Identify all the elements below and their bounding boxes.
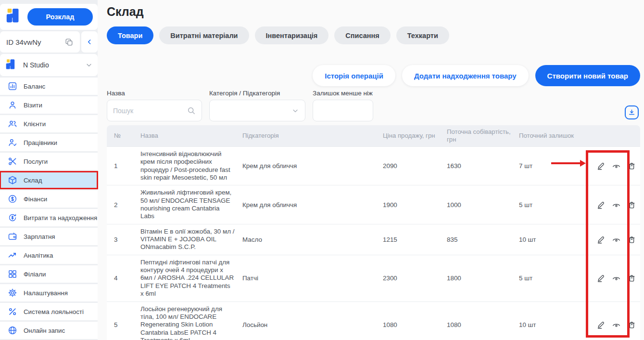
search-input[interactable] — [113, 107, 184, 115]
search-icon — [187, 106, 196, 115]
create-product-button[interactable]: Створити новий товар — [535, 65, 640, 86]
studio-name: N Studio — [23, 61, 49, 69]
sidebar-item-analytics[interactable]: Аналітика — [0, 247, 98, 264]
chevron-left-icon — [86, 38, 93, 46]
filter-category-label: Категорія / Підкатегорія — [209, 90, 305, 97]
workspace-id: ID 34vwNy — [0, 31, 80, 52]
add-receipt-button[interactable]: Додати надходження товару — [402, 65, 529, 86]
sidebar-item-salary[interactable]: Зарплатня — [0, 228, 98, 245]
app-window: Розклад ID 34vwNy — [0, 0, 644, 340]
table-row: 5 Лосьйон регенеруючий для тіла, 100 мл/… — [107, 301, 640, 340]
history-button[interactable]: Історія операцій — [313, 65, 395, 86]
chevron-down-icon — [85, 61, 93, 69]
globe-icon — [8, 326, 17, 335]
sidebar-item-expenses-income[interactable]: Витрати та надходження — [0, 209, 98, 226]
filters-row: Назва Категорія / Підкатегорія — [107, 90, 640, 121]
workspace-id-row: ID 34vwNy — [0, 31, 98, 52]
sidebar-item-clients[interactable]: Клієнти — [0, 115, 98, 132]
delete-icon[interactable] — [627, 200, 636, 209]
sidebar-item-branches[interactable]: Філіали — [0, 265, 98, 283]
col-cost: Поточна собівартість, грн — [447, 128, 519, 144]
sidebar-item-label: Система лояльності — [24, 308, 84, 315]
filter-stock: Залишок менше ніж — [313, 90, 373, 121]
sidebar-item-services[interactable]: Послуги — [0, 153, 98, 170]
sidebar-item-label: Філіали — [24, 271, 46, 278]
sidebar-item-loyalty[interactable]: Система лояльності — [0, 303, 98, 320]
sidebar-item-label: Онлайн запис — [24, 327, 65, 334]
edit-icon[interactable] — [596, 320, 606, 329]
sidebar-item-label: Клієнти — [24, 120, 46, 128]
sidebar-item-label: Баланс — [24, 83, 45, 90]
workspace-id-label: ID 34vwNy — [6, 38, 41, 46]
view-icon[interactable] — [612, 274, 621, 283]
sidebar-item-settings[interactable]: Налаштування — [0, 284, 98, 301]
table-row: 3 Вітамін Е в олії жожоба, 30 мл / VITAM… — [107, 224, 640, 255]
chevron-down-icon — [291, 107, 299, 115]
studio-selector[interactable]: N Studio — [0, 54, 98, 76]
sidebar-item-label: Налаштування — [24, 289, 68, 297]
filter-stock-label: Залишок менше ніж — [313, 90, 373, 97]
sidebar-item-warehouse[interactable]: Склад — [0, 171, 98, 189]
delete-icon[interactable] — [627, 320, 636, 329]
wallet-icon — [8, 232, 17, 241]
tab-inventory[interactable]: Інвентаризація — [255, 26, 329, 44]
sidebar-item-label: Послуги — [24, 158, 48, 165]
collapse-sidebar-button[interactable] — [81, 31, 98, 52]
trend-up-icon — [8, 250, 17, 260]
edit-icon[interactable] — [596, 161, 606, 170]
tab-writeoffs[interactable]: Списання — [334, 26, 390, 44]
col-stock: Поточний залишок — [519, 132, 590, 140]
box-icon — [8, 175, 17, 185]
actions-row: Історія операцій Додати надходження това… — [107, 65, 640, 86]
view-icon[interactable] — [612, 235, 621, 244]
studio-logo-icon — [5, 59, 18, 72]
filter-category: Категорія / Підкатегорія — [209, 90, 305, 121]
table-header: № Назва Підкатегорія Ціна продажу, грн П… — [107, 125, 640, 146]
sidebar-item-finances[interactable]: Фінанси — [0, 190, 98, 208]
schedule-button[interactable]: Розклад — [27, 8, 93, 26]
table-row: 1 Інтенсивний відновлюючий крем після пр… — [107, 146, 640, 185]
sidebar-item-label: Візити — [24, 102, 42, 109]
delete-icon[interactable] — [627, 235, 636, 244]
edit-icon[interactable] — [596, 200, 606, 209]
delete-icon[interactable] — [627, 161, 636, 170]
filter-name-label: Назва — [107, 90, 202, 97]
sidebar-item-label: Фінанси — [24, 196, 47, 203]
download-icon — [628, 108, 636, 117]
export-download-button[interactable] — [625, 105, 639, 119]
sidebar-item-label: Аналітика — [24, 252, 53, 259]
edit-icon[interactable] — [596, 274, 606, 283]
dollar-refresh-icon — [8, 213, 17, 222]
sidebar-item-label: Зарплатня — [24, 233, 55, 240]
stock-less-than-input[interactable] — [319, 107, 367, 115]
table-row: 2 Живильний ліфтинговий крем, 50 мл/ END… — [107, 185, 640, 223]
filter-name: Назва — [107, 90, 202, 121]
brand-logo-icon — [5, 8, 23, 26]
edit-icon[interactable] — [596, 235, 606, 244]
delete-icon[interactable] — [627, 274, 636, 283]
tab-products[interactable]: Товари — [107, 26, 153, 44]
dollar-circle-icon — [8, 194, 17, 204]
copy-id-icon[interactable] — [64, 38, 74, 47]
person-icon — [8, 100, 17, 110]
tab-techcards[interactable]: Техкарти — [396, 26, 449, 44]
people-icon — [8, 119, 17, 129]
sidebar-item-online-booking[interactable]: Онлайн запис — [0, 322, 98, 339]
main-content: Склад Товари Витратні матеріали Інвентар… — [98, 0, 644, 340]
percent-icon — [8, 307, 17, 316]
sidebar-item-staff[interactable]: Працівники — [0, 134, 98, 151]
gear-icon — [8, 288, 17, 298]
category-select[interactable] — [209, 100, 305, 121]
view-icon[interactable] — [612, 200, 621, 209]
sidebar-item-label: Витрати та надходження — [24, 214, 97, 222]
col-subcategory: Підкатегорія — [242, 132, 383, 140]
logo-card: Розклад — [0, 4, 98, 30]
sidebar-item-balance[interactable]: Баланс — [0, 78, 98, 95]
col-price: Ціна продажу, грн — [383, 132, 447, 140]
view-icon[interactable] — [612, 161, 621, 170]
sidebar-item-visits[interactable]: Візити — [0, 96, 98, 114]
tab-consumables[interactable]: Витратні матеріали — [159, 26, 249, 44]
page-title: Склад — [107, 5, 640, 19]
view-icon[interactable] — [612, 320, 621, 329]
grid-icon — [8, 269, 17, 279]
